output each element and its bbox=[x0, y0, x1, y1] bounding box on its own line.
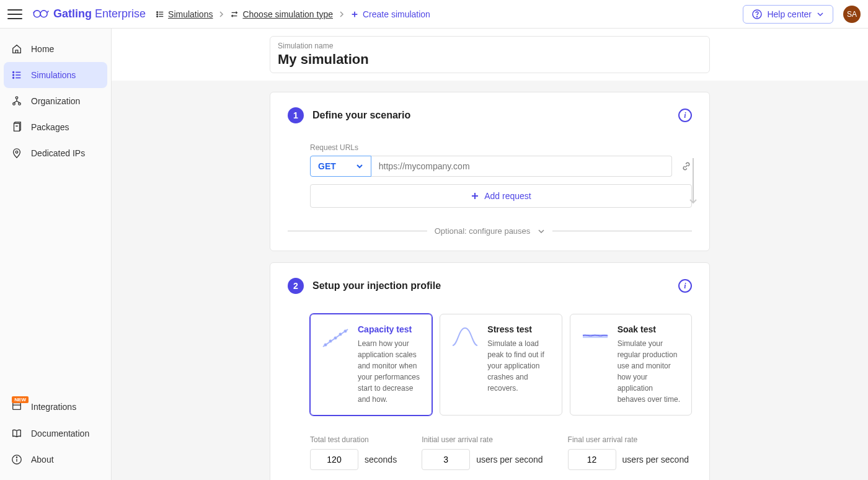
svg-point-19 bbox=[16, 151, 18, 153]
param-label-duration: Total test duration bbox=[310, 435, 397, 444]
svg-point-25 bbox=[335, 337, 337, 339]
plus-icon bbox=[471, 192, 479, 200]
chevron-down-icon bbox=[817, 12, 824, 17]
svg-point-6 bbox=[157, 16, 158, 17]
scenario-card: 1 Define your scenario i Request URLs GE… bbox=[270, 92, 710, 251]
capacity-chart-icon bbox=[321, 324, 350, 349]
list-icon bbox=[11, 69, 22, 81]
sidebar-item-home[interactable]: Home bbox=[4, 36, 107, 62]
configure-pauses-toggle[interactable]: Optional: configure pauses bbox=[288, 226, 692, 236]
plus-icon bbox=[350, 10, 359, 19]
home-icon bbox=[11, 43, 22, 55]
svg-point-4 bbox=[157, 14, 158, 15]
profile-soak-test[interactable]: Soak test Simulate your regular producti… bbox=[570, 314, 692, 416]
param-unit: seconds bbox=[365, 455, 397, 464]
step-number-1: 1 bbox=[288, 107, 304, 123]
chevron-down-icon bbox=[356, 164, 363, 169]
svg-point-24 bbox=[330, 340, 332, 342]
sidebar-item-packages[interactable]: Packages bbox=[4, 114, 107, 140]
breadcrumb: Simulations Choose simulation type Creat… bbox=[156, 9, 430, 19]
svg-point-27 bbox=[345, 331, 347, 332]
info-icon[interactable]: i bbox=[678, 109, 692, 122]
step-title-1: Define your scenario bbox=[312, 110, 670, 121]
step-title-2: Setup your injection profile bbox=[312, 280, 670, 291]
profile-desc: Simulate a load peak to find out if your… bbox=[487, 338, 551, 394]
step-number-2: 2 bbox=[288, 278, 304, 294]
logo[interactable]: Gatling Gatling EnterpriseEnterprise bbox=[32, 7, 146, 20]
breadcrumb-create-simulation[interactable]: Create simulation bbox=[350, 9, 430, 19]
svg-point-10 bbox=[13, 72, 14, 73]
profile-desc: Simulate your regular production use and… bbox=[618, 338, 681, 405]
add-request-button[interactable]: Add request bbox=[310, 184, 692, 208]
help-icon bbox=[752, 9, 762, 19]
profile-title: Soak test bbox=[618, 324, 681, 334]
sidebar-item-organization[interactable]: Organization bbox=[4, 88, 107, 114]
soak-chart-icon bbox=[580, 324, 610, 349]
injection-profile-card: 2 Setup your injection profile i Capacit… bbox=[270, 262, 710, 480]
main-content: Simulation name My simulation 1 Define y… bbox=[112, 29, 868, 480]
method-select[interactable]: GET bbox=[310, 156, 371, 177]
simulation-name-value: My simulation bbox=[278, 51, 702, 68]
param-unit: users per second bbox=[622, 455, 689, 464]
arrow-down-icon bbox=[688, 158, 698, 208]
param-input-final-rate[interactable] bbox=[568, 449, 616, 470]
svg-point-18 bbox=[19, 103, 21, 105]
hamburger-menu-icon[interactable] bbox=[7, 8, 22, 20]
svg-point-26 bbox=[340, 334, 342, 336]
param-label-final-rate: Final user arrival rate bbox=[568, 435, 689, 444]
profile-title: Capacity test bbox=[358, 324, 422, 334]
breadcrumb-simulations[interactable]: Simulations bbox=[156, 9, 213, 19]
param-label-initial-rate: Initial user arrival rate bbox=[422, 435, 542, 444]
chevron-down-icon bbox=[538, 229, 545, 234]
sidebar-item-documentation[interactable]: Documentation bbox=[4, 420, 107, 447]
svg-rect-20 bbox=[13, 403, 21, 410]
simulation-name-field[interactable]: Simulation name My simulation bbox=[270, 36, 710, 73]
sidebar-item-integrations[interactable]: NEW Integrations bbox=[4, 393, 107, 420]
profile-stress-test[interactable]: Stress test Simulate a load peak to find… bbox=[440, 314, 562, 416]
swap-icon bbox=[230, 10, 239, 19]
svg-point-12 bbox=[13, 74, 14, 76]
svg-point-17 bbox=[13, 103, 16, 105]
sidebar: Home Simulations Organization Packages D… bbox=[0, 29, 112, 480]
sidebar-item-simulations[interactable]: Simulations bbox=[4, 62, 107, 88]
param-unit: users per second bbox=[476, 455, 542, 464]
sidebar-item-about[interactable]: About bbox=[4, 447, 107, 473]
help-center-button[interactable]: Help center bbox=[743, 5, 833, 24]
book-icon bbox=[11, 428, 22, 439]
stress-chart-icon bbox=[450, 324, 480, 349]
url-input[interactable] bbox=[371, 156, 672, 177]
svg-point-22 bbox=[16, 457, 17, 458]
breadcrumb-choose-type[interactable]: Choose simulation type bbox=[230, 9, 333, 19]
svg-point-2 bbox=[157, 11, 158, 12]
profile-capacity-test[interactable]: Capacity test Learn how your application… bbox=[310, 314, 432, 416]
organization-icon bbox=[11, 96, 22, 107]
logo-text: Gatling Gatling EnterpriseEnterprise bbox=[53, 7, 146, 20]
svg-point-14 bbox=[13, 78, 14, 79]
svg-point-1 bbox=[40, 11, 47, 17]
profile-title: Stress test bbox=[487, 324, 551, 334]
package-icon bbox=[11, 122, 22, 133]
chevron-right-icon bbox=[219, 11, 224, 18]
svg-point-16 bbox=[16, 97, 18, 99]
request-urls-label: Request URLs bbox=[310, 143, 692, 152]
simulation-name-label: Simulation name bbox=[278, 42, 702, 50]
profile-desc: Learn how your application scales and mo… bbox=[358, 338, 422, 405]
gatling-logo-icon bbox=[32, 8, 50, 20]
info-icon[interactable]: i bbox=[678, 279, 692, 293]
info-icon bbox=[11, 454, 22, 465]
header: Gatling Gatling EnterpriseEnterprise Sim… bbox=[0, 0, 868, 29]
new-badge: NEW bbox=[12, 396, 29, 403]
avatar[interactable]: SA bbox=[843, 6, 861, 23]
list-icon bbox=[156, 10, 164, 19]
svg-point-23 bbox=[325, 344, 327, 346]
param-input-duration[interactable] bbox=[310, 449, 358, 470]
location-icon bbox=[11, 148, 22, 159]
sidebar-item-dedicated-ips[interactable]: Dedicated IPs bbox=[4, 140, 107, 166]
svg-point-9 bbox=[757, 16, 758, 17]
param-input-initial-rate[interactable] bbox=[422, 449, 470, 470]
chevron-right-icon bbox=[339, 11, 344, 18]
